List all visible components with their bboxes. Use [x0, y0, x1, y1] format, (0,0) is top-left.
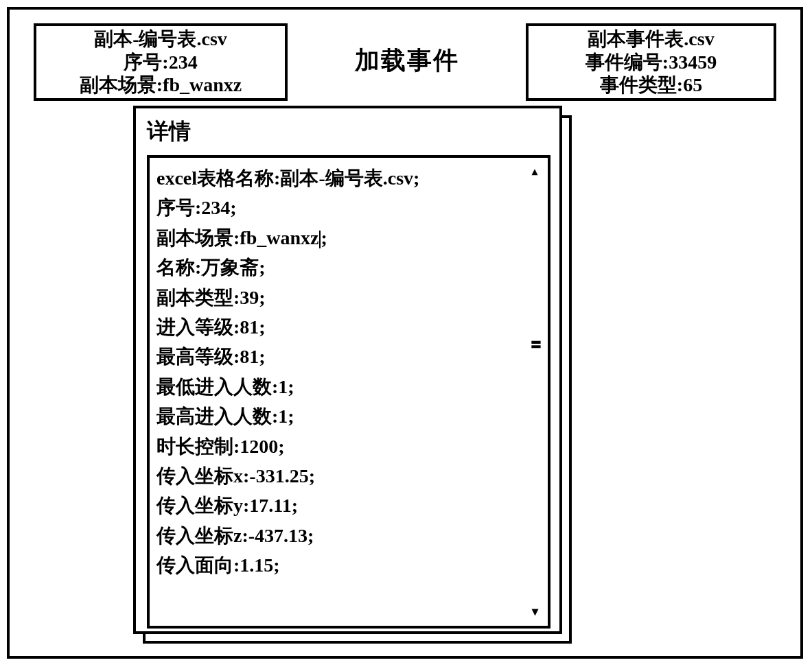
detail-panel-main: 详情 excel表格名称:副本-编号表.csv;序号:234;副本场景:fb_w…	[133, 106, 562, 634]
left-box-filename: 副本-编号表.csv	[42, 27, 279, 51]
right-box-eventid-label: 事件编号	[585, 51, 662, 73]
detail-row-label: 副本场景	[156, 227, 233, 248]
detail-row-value: -437.13	[248, 525, 308, 546]
right-box-eventid-value: 33459	[669, 51, 717, 73]
detail-row: 传入坐标z:-437.13;	[156, 521, 544, 550]
detail-row-value: 17.11	[249, 495, 291, 516]
scroll-up-icon[interactable]: ▴	[532, 165, 537, 178]
detail-row: 最高进入人数:1;	[156, 401, 544, 431]
detail-text-area[interactable]: excel表格名称:副本-编号表.csv;序号:234;副本场景:fb_wanx…	[147, 155, 550, 629]
detail-row-value: fb_wanxz	[240, 227, 318, 248]
left-box-scene-label: 副本场景	[80, 74, 156, 95]
detail-row-label: 序号	[156, 197, 195, 218]
detail-row-value: 39	[240, 287, 259, 308]
relation-label: 加载事件	[355, 44, 459, 78]
left-box-scene-value: fb_wanxz	[163, 74, 242, 95]
detail-row-label: 传入坐标x	[156, 465, 243, 486]
detail-row-value: 81	[240, 316, 259, 338]
detail-row: 传入坐标x:-331.25;	[156, 461, 544, 491]
detail-row-label: 最低进入人数	[156, 376, 272, 397]
detail-row-value: 1	[278, 376, 288, 397]
detail-row: 序号:234;	[156, 193, 544, 222]
detail-row: 最高等级:81;	[156, 342, 544, 371]
detail-row: 副本类型:39;	[156, 283, 544, 312]
detail-row-label: excel表格名称	[156, 167, 274, 189]
detail-row-label: 传入坐标y	[156, 495, 243, 516]
right-box-eventtype-value: 65	[683, 74, 702, 95]
detail-row-label: 传入面向	[156, 554, 233, 576]
detail-row-label: 进入等级	[156, 316, 233, 338]
left-box-seq: 序号:234	[42, 51, 279, 74]
detail-row-value: 234	[201, 197, 230, 218]
detail-row-value: 1	[278, 406, 288, 427]
detail-row-value: -331.25	[249, 465, 308, 486]
window-frame: 副本-编号表.csv 序号:234 副本场景:fb_wanxz 加载事件 副本事…	[7, 7, 803, 659]
detail-row: 时长控制:1200;	[156, 432, 544, 461]
detail-row: 副本场景:fb_wanxz;	[156, 223, 544, 253]
left-box-seq-value: 234	[169, 51, 198, 73]
detail-row: 传入坐标y:17.11;	[156, 491, 544, 520]
detail-row-label: 最高等级	[156, 346, 233, 367]
right-box-eventtype: 事件类型:65	[534, 73, 768, 97]
left-info-box[interactable]: 副本-编号表.csv 序号:234 副本场景:fb_wanxz	[34, 23, 288, 101]
detail-title: 详情	[147, 117, 548, 147]
top-row: 副本-编号表.csv 序号:234 副本场景:fb_wanxz 加载事件 副本事…	[10, 10, 800, 101]
detail-row-label: 最高进入人数	[156, 406, 272, 427]
right-info-box[interactable]: 副本事件表.csv 事件编号:33459 事件类型:65	[526, 23, 776, 101]
detail-row-label: 名称	[156, 257, 195, 278]
left-box-scene: 副本场景:fb_wanxz	[42, 73, 279, 97]
scroll-down-icon[interactable]: ▾	[532, 604, 538, 619]
detail-row-label: 副本类型	[156, 287, 233, 308]
detail-row-value: 万象斋	[201, 257, 259, 278]
right-box-eventtype-label: 事件类型	[600, 74, 677, 95]
right-box-eventid: 事件编号:33459	[534, 51, 768, 74]
detail-row-label: 时长控制	[156, 436, 233, 457]
left-box-seq-label: 序号	[124, 51, 162, 73]
detail-row: 名称:万象斋;	[156, 253, 544, 282]
detail-row-value: 81	[240, 346, 259, 367]
detail-row: 进入等级:81;	[156, 312, 544, 342]
detail-row-label: 传入坐标z	[156, 525, 242, 546]
detail-row-value: 副本-编号表.csv	[280, 167, 413, 189]
detail-row-value: 1.15	[240, 554, 273, 576]
detail-row: excel表格名称:副本-编号表.csv;	[156, 163, 544, 193]
detail-panel: 详情 excel表格名称:副本-编号表.csv;序号:234;副本场景:fb_w…	[133, 106, 566, 637]
scrollbar[interactable]: ▴ 〓 ▾	[527, 165, 542, 619]
detail-row: 最低进入人数:1;	[156, 372, 544, 401]
detail-row: 传入面向:1.15;	[156, 550, 544, 580]
detail-row-value: 1200	[240, 436, 278, 457]
right-box-filename: 副本事件表.csv	[534, 27, 768, 51]
detail-content: excel表格名称:副本-编号表.csv;序号:234;副本场景:fb_wanx…	[156, 163, 544, 580]
scroll-thumb-icon[interactable]: 〓	[530, 336, 542, 353]
text-cursor-icon	[319, 231, 321, 248]
